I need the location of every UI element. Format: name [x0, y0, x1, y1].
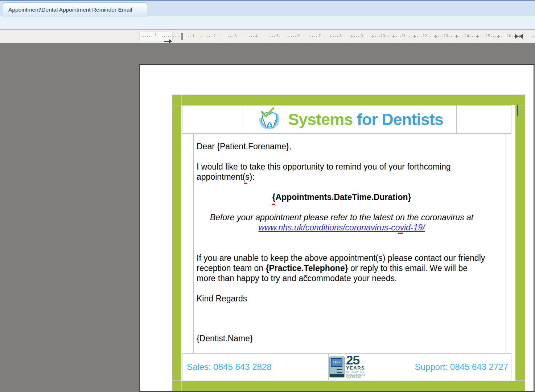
anniversary-subline-2: MANAGEMENT [346, 374, 369, 376]
ruler-left-number: 1 [154, 33, 157, 37]
support-phone: Support: 0845 643 2727 [415, 362, 508, 372]
ruler-number: 8 [339, 33, 342, 39]
anniversary-subline-1: OF PRACTICE [346, 371, 369, 374]
dentist-merge-field: {Dentist.Name} [197, 333, 487, 343]
telephone-merge-field: {Practice.Telephone} [266, 263, 348, 273]
ruler-number: 12 [422, 33, 428, 39]
green-banner-bottom-left-cell [172, 381, 181, 391]
ruler-number: 10 [380, 33, 386, 39]
signoff-line: Kind Regards [197, 293, 487, 304]
anniversary-years-label: YEARS [346, 366, 369, 371]
tab-label: Appointment\Dental Appointment Reminder … [8, 7, 132, 13]
toolbar-strip [0, 16, 535, 30]
ruler-number: 14 [464, 33, 470, 39]
paragraph-contact: If you are unable to keep the above appo… [197, 253, 487, 283]
spellcheck-mark [398, 233, 403, 234]
brand-name: Systems for Dentists [288, 110, 443, 129]
spellcheck-mark [272, 204, 275, 205]
ruler-number: 11 [401, 33, 406, 39]
template-header-row: Systems for Dentists [182, 105, 511, 134]
app-window: Appointment\Dental Appointment Reminder … [0, 0, 535, 392]
ruler-number: 7 [318, 33, 321, 39]
text-cursor [517, 105, 518, 116]
anniversary-year: 1987 [333, 360, 341, 364]
footer-sales-cell: Sales: 0845 643 2828 [182, 353, 329, 380]
email-body-cell[interactable]: Dear {Patient.Forename}, I would like to… [193, 134, 506, 353]
sales-phone: Sales: 0845 643 2828 [187, 362, 272, 372]
anniversary-subline-3: SOFTWARE [346, 376, 369, 379]
green-border-right [515, 105, 525, 380]
ruler-number: 9 [360, 33, 363, 39]
horizontal-ruler[interactable]: 1 1 2 3 4 5 6 7 8 9 10 11 12 13 14 15 16 [0, 30, 535, 43]
anniversary-25-years-logo: 25 YEARS OF PRACTICE MANAGEMENT SOFTWARE [346, 355, 369, 379]
tab-dental-appointment-reminder-email[interactable]: Appointment\Dental Appointment Reminder … [3, 3, 147, 17]
footer-support-cell: Support: 0845 643 2727 [370, 353, 511, 380]
anniversary-number: 25 [346, 355, 369, 366]
spellcheck-mark [304, 275, 307, 276]
email-template: Systems for Dentists Dear {Patient.Foren… [172, 95, 525, 391]
ruler-number: 15 [485, 33, 491, 39]
ruler-number: 16 [506, 33, 512, 39]
tooth-logo-icon [256, 107, 283, 132]
computer-1987-icon: 1987 [329, 356, 345, 378]
tab-bar: Appointment\Dental Appointment Reminder … [0, 0, 535, 16]
brand-name-for-dentists: for Dentists [353, 110, 443, 129]
brand-logo: Systems for Dentists [243, 106, 457, 133]
appointment-merge-field: {Appointments.DateTime.Duration} [197, 192, 487, 202]
ruler-number: 4 [255, 33, 258, 39]
brand-name-systems: Systems [288, 110, 353, 129]
footer-anniversary-cell: 1987 25 YEARS OF PRACTICE MANAGEMENT SOF… [328, 353, 370, 380]
ruler-number: 1 [192, 33, 195, 39]
ruler-number: 13 [443, 33, 449, 39]
ruler-number: 6 [297, 33, 300, 39]
left-margin-marker[interactable] [181, 33, 183, 40]
green-banner-top-left-cell [172, 95, 181, 105]
green-banner-bottom [182, 381, 525, 391]
greeting-line: Dear {Patient.Forename}, [197, 141, 487, 151]
document-page[interactable]: Systems for Dentists Dear {Patient.Foren… [139, 64, 534, 392]
email-body-text: Dear {Patient.Forename}, I would like to… [197, 141, 487, 343]
paragraph-reminder: I would like to take this opportunity to… [197, 162, 487, 182]
covid-notice-line: Before your appointment please refer to … [197, 212, 487, 222]
nhs-covid-link[interactable]: www.nhs.uk/conditions/coronavirus-covid-… [259, 223, 425, 232]
indent-marker-icon[interactable] [164, 39, 172, 43]
green-border-left [172, 105, 181, 380]
ruler-number: 2 [213, 33, 216, 39]
ruler-number: 3 [234, 33, 237, 39]
right-margin-marker-icon[interactable] [515, 34, 523, 39]
spellcheck-mark [244, 183, 247, 184]
ruler-number: 5 [276, 33, 279, 39]
green-banner-top [182, 95, 525, 105]
